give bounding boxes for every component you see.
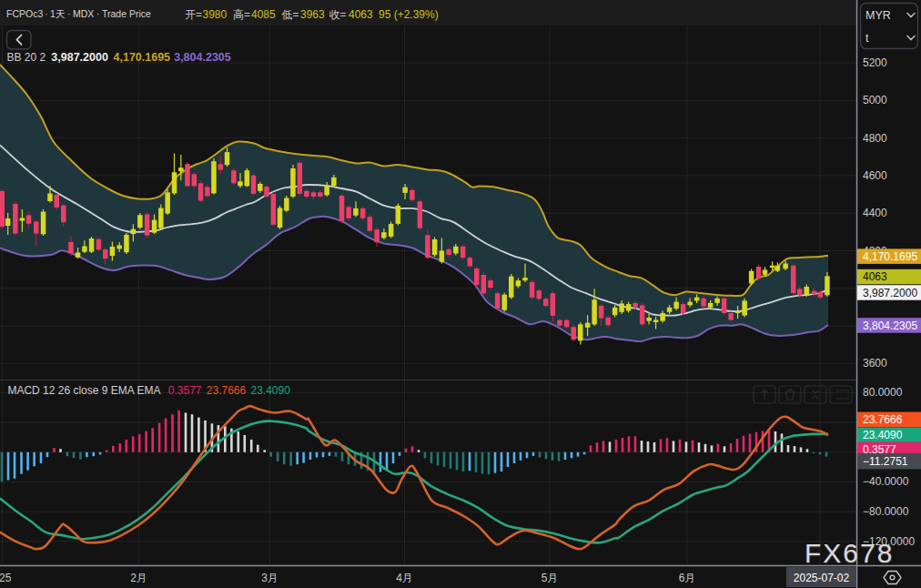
svg-text:收=: 收= — [329, 8, 347, 21]
svg-text:3,987.2000: 3,987.2000 — [863, 287, 917, 299]
svg-text:23.4090: 23.4090 — [863, 429, 903, 441]
svg-text:3980: 3980 — [203, 8, 228, 21]
svg-text:4月: 4月 — [396, 572, 413, 584]
svg-text:3,987.2000: 3,987.2000 — [51, 51, 108, 64]
svg-text:·: · — [45, 8, 48, 19]
svg-text:3,804.2305: 3,804.2305 — [174, 51, 231, 64]
svg-text:开=: 开= — [185, 8, 202, 21]
svg-text:Trade Price: Trade Price — [102, 8, 151, 19]
svg-text:3600: 3600 — [863, 357, 887, 370]
svg-text:4400: 4400 — [863, 207, 887, 219]
svg-text:1天: 1天 — [50, 8, 66, 19]
svg-text:4600: 4600 — [863, 169, 887, 182]
svg-text:FX678: FX678 — [805, 538, 894, 568]
svg-text:BB 20 2: BB 20 2 — [6, 51, 46, 64]
svg-text:4,170.1695: 4,170.1695 — [114, 51, 171, 64]
svg-text:0.3577: 0.3577 — [168, 384, 202, 397]
svg-text:23.7666: 23.7666 — [207, 384, 247, 397]
svg-text:低=: 低= — [282, 8, 299, 21]
svg-text:FCPOc3: FCPOc3 — [6, 8, 43, 19]
svg-text:2025-07-02: 2025-07-02 — [794, 572, 850, 584]
svg-text:−40.0000: −40.0000 — [863, 475, 909, 488]
svg-text:2月: 2月 — [130, 572, 147, 584]
svg-text:MYR: MYR — [865, 9, 891, 22]
svg-text:80.0000: 80.0000 — [863, 386, 903, 399]
svg-text:4063: 4063 — [349, 8, 373, 21]
svg-text:5月: 5月 — [541, 572, 559, 584]
svg-text:·: · — [67, 8, 71, 19]
svg-text:3963: 3963 — [300, 8, 325, 21]
svg-text:23.4090: 23.4090 — [251, 384, 291, 397]
svg-text:5000: 5000 — [863, 94, 887, 106]
svg-text:23.7666: 23.7666 — [863, 413, 903, 426]
svg-text:MDX: MDX — [73, 8, 94, 19]
svg-text:95 (+2.39%): 95 (+2.39%) — [379, 8, 439, 21]
svg-text:4085: 4085 — [251, 8, 276, 21]
svg-text:4800: 4800 — [863, 132, 887, 145]
svg-text:−80.0000: −80.0000 — [863, 505, 909, 518]
svg-text:·: · — [96, 8, 100, 19]
svg-text:6月: 6月 — [679, 572, 696, 584]
svg-text:−11.2751: −11.2751 — [863, 455, 908, 468]
svg-text:t: t — [865, 32, 869, 45]
svg-text:2025: 2025 — [0, 572, 12, 584]
svg-text:MACD 12 26 close 9 EMA EMA: MACD 12 26 close 9 EMA EMA — [7, 384, 160, 397]
svg-text:3月: 3月 — [261, 572, 278, 584]
svg-text:4,170.1695: 4,170.1695 — [863, 250, 917, 263]
svg-text:3,804.2305: 3,804.2305 — [863, 319, 917, 332]
svg-text:5200: 5200 — [863, 56, 887, 69]
svg-text:高=: 高= — [233, 8, 250, 21]
svg-text:4063: 4063 — [863, 270, 887, 283]
